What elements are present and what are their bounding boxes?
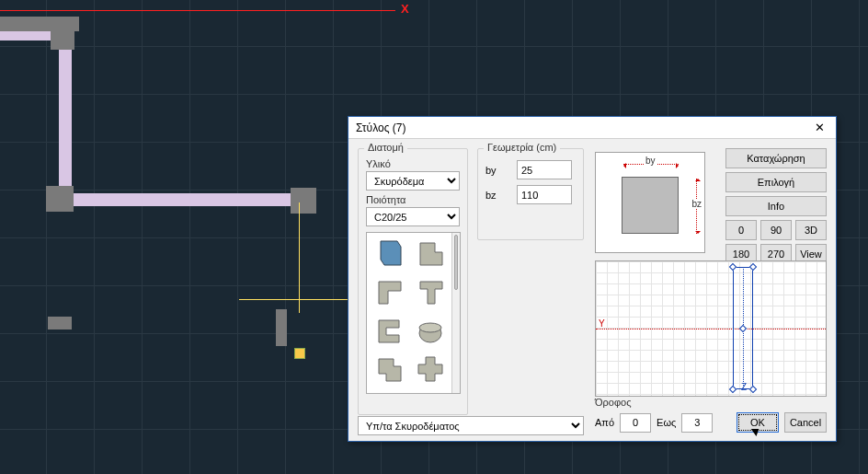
column-node (46, 186, 74, 212)
rotate-0-button[interactable]: 0 (725, 220, 757, 240)
material-select[interactable]: Σκυρόδεμα (366, 171, 460, 191)
selection-pickbox (294, 348, 305, 359)
shape-palette (366, 232, 461, 394)
by-label: by (485, 165, 509, 176)
by-input[interactable] (517, 160, 572, 179)
svg-marker-0 (381, 241, 401, 265)
shape-z-icon[interactable] (369, 351, 408, 387)
floor-to-label: Εως (657, 417, 676, 428)
x-axis-line (0, 10, 395, 11)
rotate-90-button[interactable]: 90 (760, 220, 792, 240)
plan-preview[interactable]: Y Z (595, 260, 827, 397)
select-button[interactable]: Επιλογή (725, 172, 827, 192)
crosshair-horizontal (239, 299, 359, 300)
plan-y-axis (596, 329, 826, 329)
close-icon[interactable]: ✕ (810, 117, 828, 139)
column-node (51, 26, 74, 50)
column-properties-dialog: Στύλος (7) ✕ Διατομή Υλικό Σκυρόδεμα Ποι… (348, 116, 837, 442)
section-group-label: Διατομή (364, 142, 407, 153)
dialog-titlebar[interactable]: Στύλος (7) ✕ (348, 117, 836, 139)
wall-segment (59, 50, 72, 190)
geometry-group-label: Γεωμετρία (cm) (484, 142, 560, 153)
crosshair-vertical (299, 202, 300, 313)
shape-t-icon[interactable] (410, 273, 450, 310)
floor-from-input[interactable] (620, 413, 651, 433)
quality-select[interactable]: C20/25 (366, 207, 460, 226)
palette-scrollbar[interactable] (451, 233, 460, 393)
beam-segment (48, 317, 72, 329)
svg-point-6 (419, 323, 441, 332)
shape-circle-icon[interactable] (410, 312, 450, 349)
shape-gamma-icon[interactable] (369, 273, 408, 310)
shape-c-icon[interactable] (369, 312, 408, 349)
shape-cross-icon[interactable] (410, 351, 450, 387)
actions-column: Καταχώρηση Επιλογή Info 0 90 3D 180 270 … (725, 148, 827, 264)
shape-l-icon[interactable] (410, 235, 450, 272)
floor-to-input[interactable] (681, 413, 713, 433)
wall-segment (74, 193, 291, 206)
beam-segment (276, 309, 287, 346)
svg-marker-1 (420, 243, 442, 265)
wall-segment (0, 31, 51, 40)
shape-rect-icon[interactable] (369, 235, 408, 272)
view-3d-button[interactable]: 3D (795, 220, 827, 240)
column-node (291, 188, 316, 214)
svg-marker-3 (420, 282, 442, 304)
bz-label: bz (485, 190, 509, 201)
quality-label: Ποιότητα (366, 194, 460, 205)
svg-marker-4 (379, 320, 399, 342)
cancel-button[interactable]: Cancel (784, 412, 827, 433)
plan-z-label: Z (741, 382, 747, 392)
scrollbar-thumb[interactable] (454, 235, 458, 290)
svg-marker-7 (379, 359, 401, 381)
dimension-by-label: by (644, 156, 657, 166)
svg-marker-2 (379, 282, 401, 304)
register-button[interactable]: Καταχώρηση (725, 148, 827, 168)
subtype-select[interactable]: Υπ/τα Σκυροδέματος (358, 416, 584, 435)
dialog-title-text: Στύλος (7) (356, 117, 405, 139)
grip-handle[interactable] (749, 386, 757, 393)
info-button[interactable]: Info (725, 196, 827, 216)
floor-from-label: Από (595, 417, 614, 428)
plan-y-label: Y (599, 318, 605, 329)
dimension-bz-label: bz (691, 199, 702, 209)
svg-marker-8 (418, 357, 442, 381)
geometry-group: Γεωμετρία (cm) by bz (477, 148, 584, 240)
x-axis-label: X (401, 2, 409, 16)
section-shape (622, 177, 679, 234)
material-label: Υλικό (366, 158, 460, 169)
floor-group-label: Όροφος (595, 397, 631, 408)
section-preview: by bz (595, 152, 705, 253)
floor-range-row: Όροφος Από Εως OK Cancel (595, 400, 827, 435)
bz-input[interactable] (517, 185, 572, 204)
section-group: Διατομή Υλικό Σκυρόδεμα Ποιότητα C20/25 (358, 148, 468, 415)
